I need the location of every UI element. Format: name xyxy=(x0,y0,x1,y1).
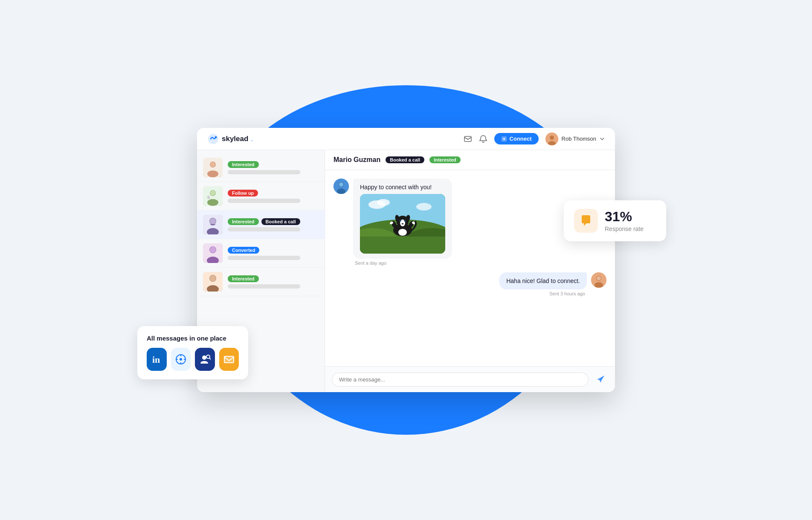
response-icon-box xyxy=(574,209,598,233)
message-bubble-received: Happy to connect with you! xyxy=(353,179,452,259)
message-row-sent: Haha nice! Glad to connect. Sent 3 hours… xyxy=(334,272,606,296)
linkedin-icon-box[interactable]: in xyxy=(147,348,167,371)
message-content: Happy to connect with you! xyxy=(353,179,452,266)
svg-point-23 xyxy=(210,247,216,253)
app-window: skylead. Co xyxy=(197,128,615,392)
chat-tag-booked: Booked a call xyxy=(386,156,424,163)
sender-avatar-reply xyxy=(591,272,606,288)
contact-info: Interested xyxy=(228,275,319,289)
sender-avatar-mario xyxy=(334,179,349,194)
message-content-sent: Haha nice! Glad to connect. Sent 3 hours… xyxy=(499,272,587,296)
contact-info: Interested Booked a call xyxy=(228,218,319,231)
user-avatar-img xyxy=(545,133,558,145)
svg-rect-39 xyxy=(360,237,445,254)
contact-tags: Interested Booked a call xyxy=(228,218,319,225)
svg-point-62 xyxy=(202,355,206,360)
tag-booked: Booked a call xyxy=(261,218,300,225)
person-avatar-2 xyxy=(203,186,223,206)
mario-avatar xyxy=(334,179,349,194)
contact-tags: Interested xyxy=(228,275,319,282)
user-profile[interactable]: Rob Thomson xyxy=(545,133,605,145)
message-bubble-sent: Haha nice! Glad to connect. xyxy=(499,272,587,289)
tag-interested: Interested xyxy=(228,218,259,225)
svg-point-14 xyxy=(210,191,215,196)
svg-rect-64 xyxy=(224,356,234,363)
linkedin-icon: in xyxy=(151,353,162,365)
logo-text: skylead xyxy=(222,135,248,143)
svg-point-10 xyxy=(210,162,215,167)
navbar: skylead. Co xyxy=(197,128,615,150)
contact-info: Follow up xyxy=(228,190,319,203)
contact-preview-line xyxy=(228,199,300,203)
message-time-received: Sent a day ago xyxy=(353,260,452,266)
svg-point-13 xyxy=(207,199,218,206)
contact-preview-line xyxy=(228,170,300,174)
chat-area: Mario Guzman Booked a call Interested xyxy=(325,150,615,392)
message-time-sent: Sent 3 hours ago xyxy=(499,291,587,296)
contact-avatar xyxy=(203,158,223,177)
chevron-down-icon xyxy=(600,136,605,142)
contact-tags: Converted xyxy=(228,247,319,254)
contact-preview-line xyxy=(228,227,300,231)
message-image xyxy=(360,194,445,254)
app-body: Interested xyxy=(197,150,615,392)
svg-rect-2 xyxy=(464,136,471,142)
svg-point-48 xyxy=(402,223,404,225)
send-button[interactable] xyxy=(593,372,608,387)
svg-point-47 xyxy=(404,220,405,221)
chat-messages: Happy to connect with you! xyxy=(325,170,615,366)
mail-icon[interactable] xyxy=(464,135,472,143)
person-avatar-3 xyxy=(203,215,223,234)
compass-icon-box[interactable] xyxy=(171,348,191,371)
svg-point-27 xyxy=(210,275,216,281)
send-icon xyxy=(596,375,605,384)
svg-point-30 xyxy=(339,182,343,187)
logo-dot: . xyxy=(251,135,252,143)
connect-button[interactable]: Connect xyxy=(494,133,539,144)
connect-icon xyxy=(501,136,507,142)
svg-point-1 xyxy=(215,136,217,138)
mail-icon-box[interactable] xyxy=(219,348,239,371)
response-rate-label: Response rate xyxy=(605,225,644,232)
search-person-icon-box[interactable] xyxy=(195,348,215,371)
contact-item-active[interactable]: Interested Booked a call xyxy=(197,211,325,239)
bell-icon[interactable] xyxy=(479,135,487,143)
tag-followup: Follow up xyxy=(228,190,258,196)
svg-point-34 xyxy=(377,199,390,206)
contact-item[interactable]: Interested xyxy=(197,268,325,296)
response-rate-info: 31% Response rate xyxy=(605,209,644,232)
user-name: Rob Thomson xyxy=(562,136,596,142)
response-rate-card: 31% Response rate xyxy=(564,200,666,241)
logo: skylead. xyxy=(207,133,253,145)
contact-preview-line xyxy=(228,284,300,289)
chat-input-area xyxy=(325,366,615,392)
svg-point-5 xyxy=(550,136,554,140)
person-avatar-5 xyxy=(203,272,223,292)
contact-item[interactable]: Follow up xyxy=(197,182,325,211)
response-rate-percentage: 31% xyxy=(605,209,644,224)
chat-tag-interested: Interested xyxy=(429,156,461,163)
contact-avatar xyxy=(203,186,223,206)
message-text: Happy to connect with you! xyxy=(360,184,432,191)
contact-item[interactable]: Interested xyxy=(197,153,325,182)
contact-tags: Interested xyxy=(228,161,319,168)
chat-bubble-icon xyxy=(580,214,592,227)
chat-input[interactable] xyxy=(332,373,589,387)
svg-point-0 xyxy=(208,134,218,144)
reply-avatar xyxy=(591,272,606,288)
tag-interested: Interested xyxy=(228,161,259,168)
svg-point-9 xyxy=(207,170,218,177)
chat-header: Mario Guzman Booked a call Interested xyxy=(325,150,615,170)
contact-avatar xyxy=(203,215,223,234)
compass-icon xyxy=(175,353,187,365)
navbar-right: Connect Rob Thomson xyxy=(464,133,605,145)
contact-info: Converted xyxy=(228,247,319,260)
contact-tags: Follow up xyxy=(228,190,319,196)
logo-icon xyxy=(207,133,219,145)
svg-point-41 xyxy=(398,229,407,236)
user-avatar xyxy=(545,133,558,145)
message-icons-row: in xyxy=(147,348,239,371)
contact-item[interactable]: Converted xyxy=(197,239,325,268)
contact-preview-line xyxy=(228,256,300,260)
person-avatar-4 xyxy=(203,243,223,263)
